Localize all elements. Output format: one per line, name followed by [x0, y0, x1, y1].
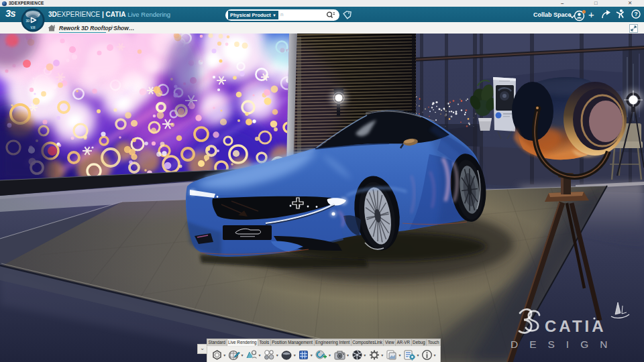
svg-text:CATIA: CATIA: [545, 317, 606, 335]
svg-text:?: ?: [634, 11, 637, 17]
svg-text:V.R: V.R: [30, 26, 36, 29]
svg-text:3D: 3D: [26, 19, 31, 23]
svg-text:DESIGN: DESIGN: [511, 339, 619, 350]
